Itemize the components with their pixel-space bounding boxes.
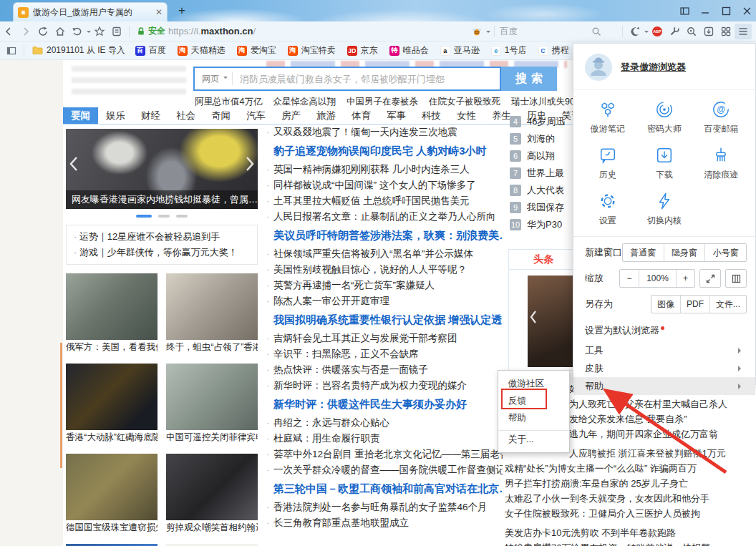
feature-download[interactable]: 下载 xyxy=(636,140,692,186)
window-layout-icon[interactable] xyxy=(680,6,689,16)
tab-close-icon[interactable]: ✕ xyxy=(155,8,163,16)
thumbnail-image[interactable] xyxy=(66,454,158,520)
zoom-in-button[interactable]: + xyxy=(676,270,694,287)
page-search-input[interactable] xyxy=(238,73,500,85)
feature-notes[interactable]: 傲游笔记 xyxy=(579,94,636,140)
adblock-icon[interactable]: ABP xyxy=(649,24,666,39)
notice-link[interactable]: 游戏｜少年群侠传，等你赢万元大奖！ xyxy=(74,245,250,260)
bookmark-item[interactable]: 百 百度 xyxy=(135,44,166,57)
page-nav-tab[interactable]: 汽车 xyxy=(238,107,273,124)
page-nav-tab[interactable]: 旅游 xyxy=(309,107,344,124)
normal-window-button[interactable]: 普通窗口 xyxy=(623,244,664,261)
reading-mode-icon[interactable] xyxy=(108,24,125,39)
reload-button[interactable] xyxy=(34,24,52,39)
thumb-item[interactable]: 终于，蛆虫“占领了”香港… xyxy=(166,273,258,355)
login-row[interactable]: 登录傲游浏览器 xyxy=(573,44,755,89)
bookmark-item[interactable]: 特 唯品会 xyxy=(389,44,429,57)
thumbnail-image[interactable] xyxy=(66,364,158,430)
feature-clear-history[interactable]: 清除痕迹 xyxy=(693,140,750,186)
hot-rank-item[interactable]: 4 46岁周迅 xyxy=(510,113,565,130)
hot-rank-item[interactable]: 7 世界上最 xyxy=(510,165,565,182)
bookmark-item[interactable]: JD 京东 xyxy=(347,44,378,57)
hot-search-word[interactable]: 众星悼念高以翔 xyxy=(273,96,336,108)
favorite-star-icon[interactable] xyxy=(91,24,108,39)
thumbnail-image[interactable] xyxy=(166,454,258,520)
undo-button[interactable] xyxy=(69,24,86,39)
bookmark-item[interactable]: 淘 天猫精选 xyxy=(178,44,226,57)
incognito-window-button[interactable]: 隐身窗口 xyxy=(664,244,705,261)
hot-search-word[interactable]: 住院女子被殴致死 xyxy=(429,96,500,108)
news-link[interactable]: 人民日报署名文章：止暴制乱的正义之举乃人心所向 xyxy=(265,209,503,225)
news-link[interactable]: 冉绍之：永远与群众心贴心 xyxy=(265,415,503,431)
toutiao-tab[interactable]: 头条 xyxy=(533,253,553,266)
news-link[interactable]: 同样都被说成“中国间谍” 这个女人的下场惨多了 xyxy=(265,177,503,193)
close-button[interactable] xyxy=(742,6,752,16)
bookmark-item[interactable]: a 亚马逊 xyxy=(440,44,480,57)
panel-menu-item[interactable]: 工具 xyxy=(573,341,755,359)
new-tab-button[interactable]: + xyxy=(175,4,189,18)
carousel-next-icon[interactable] xyxy=(242,152,258,176)
hot-rank-item[interactable]: 9 我国保存 xyxy=(510,199,565,216)
maxthon-bee-icon[interactable] xyxy=(468,24,485,39)
zoom-out-button[interactable]: − xyxy=(620,270,639,287)
page-nav-tab[interactable]: 军事 xyxy=(379,107,414,124)
feature-passkeeper[interactable]: 密码大师 xyxy=(636,94,692,140)
thumbnail-image[interactable] xyxy=(166,364,258,430)
tools-wrench-icon[interactable] xyxy=(666,24,683,39)
sniffer-search-icon[interactable] xyxy=(683,24,700,39)
submenu-item[interactable]: 帮助 xyxy=(498,409,569,426)
split-view-button[interactable] xyxy=(725,269,747,288)
news-link[interactable]: 豹子追逐宠物狗误闯印度民宅 人豹对峙3小时 xyxy=(265,140,503,162)
bookmark-item[interactable]: e 1号店 xyxy=(491,44,527,57)
back-button[interactable] xyxy=(0,24,17,39)
page-nav-tab[interactable]: 财经 xyxy=(133,107,168,124)
panel-menu-item[interactable]: 帮助 xyxy=(573,377,755,395)
thumb-item[interactable]: 中国可遥控关闭菲律宾电网… xyxy=(166,364,258,445)
submenu-item[interactable]: 关于... xyxy=(498,430,569,447)
save-as-pdf-button[interactable]: PDF xyxy=(680,296,709,313)
home-button[interactable] xyxy=(52,24,69,39)
page-nav-tab[interactable]: 房产 xyxy=(273,107,309,124)
news-link[interactable]: 英国一精神病嫌犯刚刚获释 几小时内连杀三人 xyxy=(265,162,503,177)
page-nav-tab[interactable]: 科技 xyxy=(414,107,449,124)
carousel-caption[interactable]: 网友曝香港漫画家内地捞钱却挺暴徒，曾属… xyxy=(66,190,258,209)
news-link[interactable]: 新华时评：供暖这件民生大事须办妥办好 xyxy=(265,394,503,415)
sidebar-toggle-icon[interactable] xyxy=(3,43,20,59)
news-link[interactable]: 英警方再逮捕一名“死亡货车”案嫌疑人 xyxy=(265,278,503,293)
alt-account-window-button[interactable]: 小号窗口 xyxy=(704,244,746,261)
page-nav-tab[interactable]: 要闻 xyxy=(63,107,98,124)
carousel-dot[interactable] xyxy=(136,215,152,218)
feature-settings[interactable]: 设置 xyxy=(579,186,636,232)
news-link[interactable]: 太难忍了小伙一到冬天就变身，女友因此和他分手 xyxy=(505,491,756,506)
search-engine-select[interactable]: 网页 xyxy=(195,73,223,85)
news-link[interactable]: 香港法院判处一名参与旺角暴乱的女子监禁46个月 xyxy=(265,499,503,515)
news-link[interactable]: 吉炳轩会见土耳其正义与发展党干部考察团 xyxy=(265,331,503,346)
carousel-dot[interactable] xyxy=(158,215,170,218)
engine-dropdown-icon[interactable] xyxy=(223,77,228,81)
fullscreen-button[interactable] xyxy=(699,269,721,288)
news-link[interactable]: 辛识平：扫黑除恶，正义不会缺席 xyxy=(265,346,503,362)
avatar[interactable] xyxy=(585,54,612,81)
news-link[interactable]: 又双叒叕地震了！缅甸一天内连发三次地震 xyxy=(265,125,503,140)
login-link[interactable]: 登录傲游浏览器 xyxy=(621,61,686,74)
night-mode-icon[interactable] xyxy=(626,24,644,39)
news-link[interactable]: 社保领域严重失信将被列入“黑名单”并公示媒体 xyxy=(265,246,503,262)
thumbnail-image[interactable] xyxy=(166,273,258,340)
news-link[interactable]: 一次关乎群众冷暖的督查——国务院供暖工作督查侧记 xyxy=(265,462,503,478)
bookmark-item[interactable]: 淘 淘宝特卖 xyxy=(288,44,336,57)
news-link[interactable]: 热点快评：供暖落实与否是一面镜子 xyxy=(265,362,503,378)
apps-grid-icon[interactable] xyxy=(717,24,735,39)
hot-search-word[interactable]: 中国男子在泰被杀 xyxy=(346,96,418,108)
forward-button[interactable] xyxy=(17,24,34,39)
news-link[interactable]: 荟萃中外12台剧目 重拾老北京文化记忆——第三届老舍戏… xyxy=(265,447,503,462)
page-nav-tab[interactable]: 女性 xyxy=(449,107,484,124)
minimize-button[interactable] xyxy=(701,6,710,16)
news-link[interactable]: 美议员呼吁特朗普签涉港法案，耿爽：别浪费美… xyxy=(265,225,503,246)
save-as-file-button[interactable]: 文件... xyxy=(709,296,746,313)
thumb-item[interactable]: 俄军方：美国，看看我们的… xyxy=(66,273,158,355)
main-menu-icon[interactable] xyxy=(735,24,752,39)
news-link[interactable]: 美发店办卡10元洗剪吹 不到半年卷款跑路 xyxy=(505,525,756,540)
maximize-button[interactable] xyxy=(722,6,731,16)
carousel-dot[interactable] xyxy=(176,215,188,218)
hot-rank-item[interactable]: 6 高以翔 xyxy=(510,147,565,165)
